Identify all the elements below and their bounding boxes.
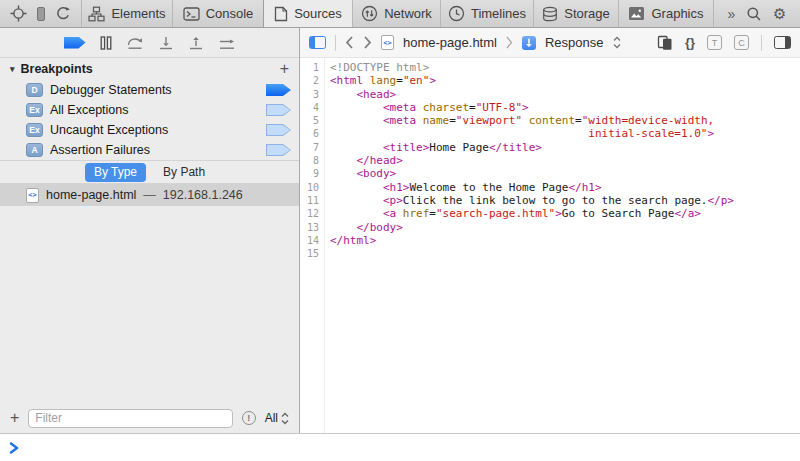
breakpoint-toggle[interactable]	[266, 144, 291, 156]
code-line: </body>	[330, 221, 800, 234]
breakpoint-row-uncaught-exceptions[interactable]: Ex Uncaught Exceptions	[0, 120, 299, 140]
more-tabs-button[interactable]: »	[727, 6, 734, 22]
step-into-button[interactable]	[158, 36, 174, 50]
line-number[interactable]: 5	[300, 114, 324, 127]
tab-console[interactable]: Console	[172, 0, 263, 27]
group-by-path-button[interactable]: By Path	[154, 163, 214, 182]
breakpoint-label: All Exceptions	[50, 103, 129, 117]
pause-button[interactable]	[100, 36, 112, 50]
tab-timelines[interactable]: Timelines	[440, 0, 533, 27]
source-code-editor[interactable]: 123456789101112131415 <!DOCTYPE html><ht…	[300, 58, 800, 433]
sidebar-filter-bar: + All	[0, 403, 299, 433]
tab-label: Console	[206, 6, 254, 21]
crosshair-icon	[10, 5, 27, 22]
navigation-sidebar: ▾ Breakpoints + D Debugger Statements Ex…	[0, 28, 300, 433]
toggle-all-breakpoints-button[interactable]	[64, 37, 86, 49]
code-line: <meta name="viewport" content="width=dev…	[330, 114, 800, 127]
breakpoint-type-badge: Ex	[26, 103, 43, 117]
response-resource-icon	[522, 36, 536, 50]
breakpoint-type-badge: D	[26, 83, 43, 97]
disclosure-triangle-icon[interactable]: ▾	[10, 64, 15, 74]
line-number[interactable]: 11	[300, 194, 324, 207]
line-number[interactable]: 13	[300, 221, 324, 234]
line-number[interactable]: 2	[300, 74, 324, 87]
line-number[interactable]: 15	[300, 247, 324, 260]
breadcrumb-stepper-icon[interactable]	[613, 36, 621, 49]
step-next-button[interactable]	[218, 36, 236, 50]
quick-console[interactable]	[0, 433, 800, 461]
line-number[interactable]: 14	[300, 234, 324, 247]
inspect-element-button[interactable]	[10, 5, 27, 22]
search-button[interactable]	[746, 6, 762, 22]
tab-label: Elements	[111, 6, 165, 21]
settings-button[interactable]: ⚙	[773, 6, 786, 21]
gutter[interactable]: 123456789101112131415	[300, 58, 325, 433]
code-line: <title>Home Page</title>	[330, 141, 800, 154]
tab-graphics[interactable]: Graphics	[618, 0, 713, 27]
line-number[interactable]: 6	[300, 127, 324, 140]
type-profiling-button[interactable]: T	[707, 35, 722, 50]
code-coverage-button[interactable]: C	[734, 35, 749, 50]
line-number[interactable]: 1	[300, 61, 324, 74]
device-icon	[33, 6, 49, 22]
breadcrumb-file-name[interactable]: home-page.html	[403, 35, 497, 50]
breakpoints-section-header[interactable]: ▾ Breakpoints +	[0, 58, 299, 80]
code-line: initial-scale=1.0">	[330, 127, 800, 140]
tab-elements[interactable]: Elements	[81, 0, 172, 27]
step-over-button[interactable]	[126, 36, 144, 50]
filter-scope-dropdown[interactable]: All	[265, 411, 289, 425]
line-number[interactable]: 12	[300, 207, 324, 220]
breakpoint-label: Debugger Statements	[50, 83, 172, 97]
back-button[interactable]	[345, 36, 354, 49]
step-next-icon	[218, 36, 236, 50]
console-icon	[183, 6, 200, 22]
content-navigation-bar: home-page.html Response {} T C	[300, 28, 800, 58]
breakpoint-row-assertion-failures[interactable]: A Assertion Failures	[0, 140, 299, 160]
web-inspector-window: Elements Console Sources Network Timelin…	[0, 0, 800, 461]
debugger-toolbar	[0, 28, 299, 58]
breakpoint-row-debugger-statements[interactable]: D Debugger Statements	[0, 80, 299, 100]
line-number[interactable]: 10	[300, 181, 324, 194]
copy-button[interactable]	[657, 35, 673, 51]
line-number[interactable]: 3	[300, 88, 324, 101]
html-file-icon	[381, 35, 394, 50]
code-line: <a href="search-page.html">Go to Search …	[330, 207, 800, 220]
breadcrumb-separator-icon	[506, 36, 513, 49]
filter-input[interactable]	[28, 409, 232, 428]
reload-page-button[interactable]	[55, 6, 71, 22]
tab-label: Sources	[294, 6, 342, 21]
issues-filter-icon[interactable]	[242, 411, 256, 425]
code-line: <html lang="en">	[330, 74, 800, 87]
line-number[interactable]: 8	[300, 154, 324, 167]
step-out-button[interactable]	[188, 36, 204, 50]
tab-sources[interactable]: Sources	[263, 0, 352, 27]
toggle-navigation-sidebar-button[interactable]	[309, 36, 326, 49]
resource-list-item-selected[interactable]: home-page.html — 192.168.1.246	[0, 184, 299, 206]
group-by-type-button[interactable]: By Type	[85, 163, 146, 182]
divider	[335, 35, 336, 51]
clock-icon	[448, 5, 465, 22]
create-resource-button[interactable]: +	[10, 410, 19, 426]
add-breakpoint-button[interactable]: +	[280, 61, 289, 77]
resource-file-name: home-page.html	[46, 188, 136, 202]
forward-button[interactable]	[363, 36, 372, 49]
breadcrumb-resource-type[interactable]: Response	[545, 35, 604, 50]
breakpoint-toggle[interactable]	[266, 84, 291, 96]
line-number[interactable]: 7	[300, 141, 324, 154]
breakpoint-row-all-exceptions[interactable]: Ex All Exceptions	[0, 100, 299, 120]
document-icon	[274, 6, 288, 22]
pretty-print-button[interactable]: {}	[685, 35, 695, 50]
line-number[interactable]: 4	[300, 101, 324, 114]
tab-network[interactable]: Network	[352, 0, 440, 27]
tab-bar-extras: » ⚙	[713, 0, 800, 27]
resource-separator: —	[143, 188, 156, 202]
line-number[interactable]: 9	[300, 167, 324, 180]
breakpoint-toggle[interactable]	[266, 124, 291, 136]
toggle-details-sidebar-button[interactable]	[774, 36, 791, 49]
breakpoint-toggle[interactable]	[266, 104, 291, 116]
tab-storage[interactable]: Storage	[533, 0, 618, 27]
search-icon	[746, 6, 762, 22]
divider	[761, 35, 762, 51]
device-settings-button[interactable]	[33, 6, 49, 22]
code-line	[330, 247, 800, 260]
